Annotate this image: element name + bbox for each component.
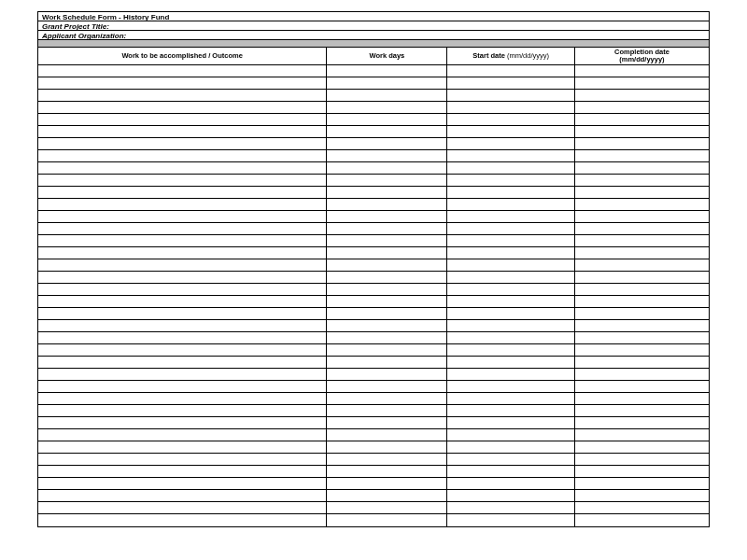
cell[interactable] [38, 320, 327, 332]
cell[interactable] [447, 393, 574, 405]
table-row[interactable] [38, 162, 709, 175]
cell[interactable] [447, 357, 574, 369]
cell[interactable] [574, 175, 709, 187]
cell[interactable] [327, 223, 447, 235]
cell[interactable] [574, 357, 709, 369]
cell[interactable] [327, 490, 447, 502]
cell[interactable] [447, 454, 574, 466]
cell[interactable] [574, 102, 709, 114]
table-row[interactable] [38, 235, 709, 247]
cell[interactable] [38, 175, 327, 187]
cell[interactable] [38, 466, 327, 478]
cell[interactable] [574, 138, 709, 150]
table-row[interactable] [38, 478, 709, 490]
cell[interactable] [447, 102, 574, 114]
cell[interactable] [38, 490, 327, 502]
cell[interactable] [327, 247, 447, 259]
cell[interactable] [327, 429, 447, 441]
cell[interactable] [574, 332, 709, 344]
cell[interactable] [327, 514, 447, 526]
cell[interactable] [38, 393, 327, 405]
cell[interactable] [38, 150, 327, 162]
cell[interactable] [447, 441, 574, 454]
cell[interactable] [447, 175, 574, 187]
cell[interactable] [447, 199, 574, 211]
cell[interactable] [38, 502, 327, 514]
cell[interactable] [574, 223, 709, 235]
cell[interactable] [38, 65, 327, 77]
cell[interactable] [38, 332, 327, 344]
cell[interactable] [327, 284, 447, 296]
cell[interactable] [574, 187, 709, 199]
cell[interactable] [447, 502, 574, 514]
cell[interactable] [327, 466, 447, 478]
cell[interactable] [38, 284, 327, 296]
table-row[interactable] [38, 320, 709, 332]
cell[interactable] [327, 126, 447, 138]
table-row[interactable] [38, 150, 709, 162]
cell[interactable] [447, 332, 574, 344]
cell[interactable] [574, 466, 709, 478]
cell[interactable] [327, 77, 447, 90]
table-row[interactable] [38, 272, 709, 284]
cell[interactable] [447, 308, 574, 320]
cell[interactable] [447, 211, 574, 223]
cell[interactable] [447, 514, 574, 526]
table-row[interactable] [38, 65, 709, 77]
table-row[interactable] [38, 369, 709, 381]
table-row[interactable] [38, 502, 709, 514]
cell[interactable] [574, 502, 709, 514]
cell[interactable] [574, 90, 709, 102]
cell[interactable] [574, 454, 709, 466]
cell[interactable] [38, 126, 327, 138]
cell[interactable] [38, 102, 327, 114]
cell[interactable] [447, 284, 574, 296]
cell[interactable] [447, 150, 574, 162]
table-row[interactable] [38, 126, 709, 138]
cell[interactable] [38, 235, 327, 247]
cell[interactable] [447, 344, 574, 357]
table-row[interactable] [38, 199, 709, 211]
cell[interactable] [327, 332, 447, 344]
cell[interactable] [574, 259, 709, 272]
cell[interactable] [327, 381, 447, 393]
cell[interactable] [327, 344, 447, 357]
cell[interactable] [574, 65, 709, 77]
cell[interactable] [327, 502, 447, 514]
table-row[interactable] [38, 441, 709, 454]
cell[interactable] [327, 150, 447, 162]
cell[interactable] [574, 514, 709, 526]
cell[interactable] [574, 150, 709, 162]
cell[interactable] [447, 77, 574, 90]
cell[interactable] [38, 162, 327, 175]
cell[interactable] [38, 138, 327, 150]
table-row[interactable] [38, 296, 709, 308]
table-row[interactable] [38, 308, 709, 320]
cell[interactable] [574, 126, 709, 138]
cell[interactable] [574, 441, 709, 454]
cell[interactable] [447, 114, 574, 126]
cell[interactable] [327, 369, 447, 381]
table-row[interactable] [38, 102, 709, 114]
cell[interactable] [574, 381, 709, 393]
cell[interactable] [38, 259, 327, 272]
cell[interactable] [574, 272, 709, 284]
cell[interactable] [327, 211, 447, 223]
cell[interactable] [327, 308, 447, 320]
cell[interactable] [574, 429, 709, 441]
table-row[interactable] [38, 429, 709, 441]
cell[interactable] [327, 259, 447, 272]
table-row[interactable] [38, 223, 709, 235]
cell[interactable] [574, 490, 709, 502]
cell[interactable] [447, 223, 574, 235]
cell[interactable] [327, 102, 447, 114]
cell[interactable] [38, 381, 327, 393]
cell[interactable] [38, 514, 327, 526]
cell[interactable] [574, 211, 709, 223]
cell[interactable] [447, 126, 574, 138]
cell[interactable] [447, 490, 574, 502]
cell[interactable] [327, 478, 447, 490]
table-row[interactable] [38, 259, 709, 272]
cell[interactable] [38, 199, 327, 211]
cell[interactable] [327, 114, 447, 126]
